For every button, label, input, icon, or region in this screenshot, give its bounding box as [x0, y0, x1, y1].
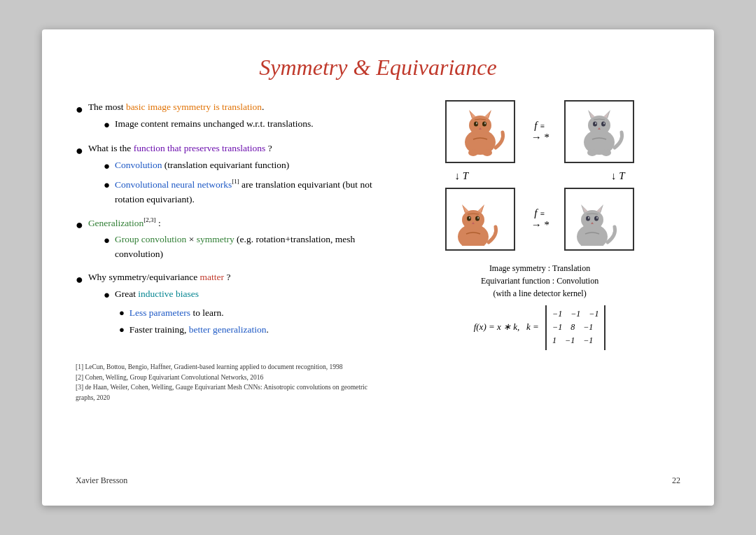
bullet-2: ●: [76, 141, 83, 161]
svg-point-46: [594, 216, 598, 221]
item-3-content: Generalization[2,3] : ● Group convolutio…: [88, 216, 385, 265]
sub-list-2: ● Convolution (translation equivariant f…: [88, 158, 385, 207]
svg-point-12: [482, 149, 492, 156]
svg-point-33: [475, 216, 479, 221]
sub-bullet-3-1: ●: [104, 232, 110, 249]
cat-orange-top: [452, 106, 508, 158]
svg-point-32: [467, 216, 471, 221]
diagram-bottom-row: f ≡ → *: [445, 188, 634, 251]
sub-sub-item-4-2-pre: Faster training,: [130, 324, 189, 335]
cat-box-bottom-right: [564, 188, 634, 251]
item-3-colored: Generalization: [88, 217, 144, 228]
caption-line-2: Equivariant function : Convolution: [481, 275, 598, 287]
sub-sub-item-4-2-colored: better generalization: [189, 324, 267, 335]
sub-item-2-2: ● Convolutional neural networks[1] are t…: [104, 177, 385, 207]
down-arrows-row: ↓ T ↓ T: [428, 167, 652, 185]
item-4-colored: matter: [200, 272, 224, 282]
item-1-pre: The most: [88, 102, 126, 112]
m-2-2: 8: [570, 321, 575, 334]
slide-title: Symmetry & Equivariance: [76, 55, 680, 81]
footnote-3: [3] de Haan, Weiler, Cohen, Welling, Gau…: [76, 382, 385, 403]
m-3-2: −1: [565, 334, 575, 347]
arrow-bottom-label: f ≡: [534, 207, 545, 219]
matrix-formula: f(x) = x ∗ k, k = −1 −1 −1 −1: [474, 305, 606, 350]
sub-sub-bullet-4-2: ●: [119, 323, 125, 337]
sub-sub-item-4-1-c1: Less parameters: [130, 307, 190, 318]
svg-point-20: [601, 121, 606, 126]
m-3-1: 1: [552, 334, 556, 347]
sub-bullet-1-1: ●: [104, 117, 110, 133]
item-4-pre: Why symmetry/equivariance: [88, 272, 200, 282]
sub-sub-item-4-2-post: .: [266, 324, 268, 335]
item-4-post: ?: [224, 272, 230, 282]
left-column: ● The most basic image symmetry is trans…: [76, 100, 385, 467]
cat-orange-bottom: [452, 193, 508, 246]
footnote-2: [2] Cohen, Welling, Group Equivariant Co…: [76, 373, 385, 383]
m-2-1: −1: [552, 321, 562, 334]
down-arrow-left: ↓ T: [455, 170, 469, 182]
down-label-left: ↓ T: [455, 170, 469, 182]
sub-sub-item-4-1: ● Less parameters to learn.: [119, 306, 269, 321]
bullet-4: ●: [76, 270, 83, 290]
matrix-row-2: −1 8 −1: [552, 321, 598, 334]
footnotes: [1] LeCun, Bottou, Bengio, Haffner, Grad…: [76, 362, 385, 403]
sub-sub-item-4-2: ● Faster training, better generalization…: [119, 323, 269, 338]
svg-point-11: [468, 149, 478, 156]
sub-item-3-1-c2: symmetry: [197, 234, 234, 244]
list-item-1: ● The most basic image symmetry is trans…: [76, 100, 385, 136]
main-list: ● The most basic image symmetry is trans…: [76, 100, 385, 340]
item-2-post: ?: [265, 143, 272, 153]
matrix-container: −1 −1 −1 −1 8 −1 1: [545, 305, 606, 350]
sub-item-3-1-c1: Group convolution: [115, 234, 186, 244]
cat-grey-top: [571, 106, 627, 158]
sub-item-1-1: ● Image content remains unchanged w.r.t.…: [104, 117, 314, 133]
formula-text: f(x) = x ∗ k, k =: [474, 321, 539, 332]
sub-item-4-1-colored: inductive biases: [138, 289, 199, 299]
sub-item-2-1: ● Convolution (translation equivariant f…: [104, 158, 385, 174]
cat-grey-bottom: [571, 193, 627, 246]
svg-point-19: [593, 121, 597, 126]
arrow-bottom-dir: → *: [531, 219, 549, 231]
m-3-3: −1: [583, 334, 593, 347]
slide-footer: Xavier Bresson 22: [76, 475, 680, 486]
sub-list-1: ● Image content remains unchanged w.r.t.…: [88, 117, 314, 133]
list-item-4: ● Why symmetry/equivariance matter ? ● G…: [76, 270, 385, 340]
svg-point-35: [477, 216, 479, 218]
sub-item-4-1: ● Great inductive biases: [104, 287, 269, 303]
svg-point-24: [587, 149, 597, 156]
arrow-bottom: f ≡ → *: [522, 207, 557, 231]
svg-point-22: [603, 122, 605, 124]
sub-sub-item-4-1-post: to learn.: [190, 307, 224, 318]
bullet-3: ●: [76, 216, 83, 235]
item-1-post: .: [262, 102, 264, 112]
arrow-top-label: f ≡: [534, 120, 545, 132]
sub-list-3: ● Group convolution × symmetry (e.g. rot…: [88, 232, 385, 262]
item-3-post: :: [156, 217, 161, 228]
sub-item-2-2-sup: [1]: [232, 178, 239, 185]
svg-point-8: [476, 122, 477, 124]
svg-point-48: [596, 216, 598, 218]
sub-bullet-2-1: ●: [104, 158, 110, 174]
matrix-row-1: −1 −1 −1: [552, 307, 598, 321]
svg-point-25: [601, 149, 611, 156]
m-2-3: −1: [583, 321, 593, 334]
m-1-2: −1: [570, 307, 580, 321]
matrix-area: f(x) = x ∗ k, k = −1 −1 −1 −1: [474, 305, 606, 353]
caption-line-3: (with a line detector kernel): [481, 287, 598, 300]
down-arrow-right: ↓ T: [611, 170, 625, 182]
arrow-top: f ≡ → *: [522, 120, 557, 144]
cat-box-top-left: [445, 100, 515, 163]
diagram-top-row: f ≡ → *: [445, 100, 634, 163]
svg-point-7: [482, 121, 486, 126]
sub-item-1-1-text: Image content remains unchanged w.r.t. t…: [115, 117, 314, 132]
svg-point-21: [595, 122, 596, 124]
svg-point-47: [588, 216, 589, 218]
sub-sub-list-4: ● Less parameters to learn. ● Faster tra…: [104, 306, 269, 338]
list-item-3: ● Generalization[2,3] : ● Group convolut…: [76, 216, 385, 265]
diagram-area: f ≡ → *: [428, 100, 652, 353]
footer-left: Xavier Bresson: [76, 475, 127, 486]
matrix-row-3: 1 −1 −1: [552, 334, 598, 347]
svg-point-27: [462, 210, 484, 230]
sub-item-2-1-post: (translation equivariant function): [162, 160, 289, 170]
cat-box-bottom-left: [445, 188, 515, 251]
